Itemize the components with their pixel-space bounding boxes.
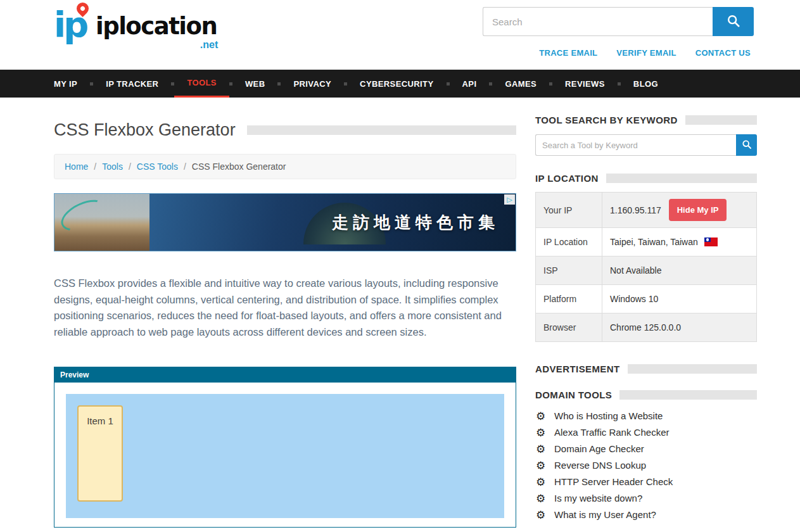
row-label: ISP — [536, 256, 602, 285]
gear-icon — [535, 508, 546, 522]
ad-right-photo: 走訪地道特色市集 — [149, 194, 516, 251]
tool-link-label: Reverse DNS Lookup — [554, 459, 646, 472]
domain-tool-alexa-rank[interactable]: Alexa Traffic Rank Checker — [535, 424, 757, 441]
header-search — [483, 7, 754, 36]
page-title: CSS Flexbox Generator — [54, 120, 236, 140]
browser-value: Chrome 125.0.0.0 — [602, 314, 757, 342]
ad-headline: 走訪地道特色市集 — [332, 212, 499, 234]
gear-icon — [535, 442, 546, 457]
tool-link-label: HTTP Server Header Check — [554, 475, 673, 489]
your-ip-value: 1.160.95.117 — [610, 205, 661, 215]
flex-preview-container: Item 1 — [66, 394, 504, 518]
tool-search-heading-row: TOOL SEARCH BY KEYWORD — [535, 115, 757, 125]
nav-item-api[interactable]: API — [450, 70, 490, 98]
nav-item-reviews[interactable]: REVIEWS — [552, 70, 618, 98]
main-nav: MY IP IP TRACKER TOOLS WEB PRIVACY CYBER… — [0, 70, 800, 98]
tool-link-label: Alexa Traffic Rank Checker — [554, 426, 669, 440]
ad-left-photo — [54, 194, 149, 251]
sidebar: TOOL SEARCH BY KEYWORD IP LOCATION Your … — [535, 98, 757, 523]
taiwan-flag-icon — [704, 238, 718, 246]
preview-panel: Preview Item 1 — [54, 367, 516, 528]
flex-item[interactable]: Item 1 — [77, 405, 123, 502]
logo-net-suffix: .net — [200, 39, 218, 51]
header-search-button[interactable] — [713, 7, 754, 36]
advertisement-heading: ADVERTISEMENT — [535, 364, 620, 374]
search-icon — [742, 139, 752, 151]
hide-my-ip-button[interactable]: Hide My IP — [669, 199, 727, 221]
domain-tool-domain-age[interactable]: Domain Age Checker — [535, 441, 757, 457]
ip-location-value: Taipei, Taiwan, Taiwan — [610, 237, 698, 247]
nav-item-cybersecurity[interactable]: CYBERSECURITY — [347, 70, 446, 98]
breadcrumb: Home / Tools / CSS Tools / CSS Flexbox G… — [54, 154, 516, 179]
preview-panel-header: Preview — [54, 367, 516, 383]
tool-search-button[interactable] — [736, 134, 757, 156]
domain-tool-http-header[interactable]: HTTP Server Header Check — [535, 474, 757, 490]
table-row: Browser Chrome 125.0.0.0 — [536, 314, 757, 342]
tool-link-label: Who is Hosting a Website — [554, 409, 663, 423]
ip-location-heading-row: IP LOCATION — [535, 173, 757, 184]
domain-tool-who-is-hosting[interactable]: Who is Hosting a Website — [535, 408, 757, 424]
main-content: CSS Flexbox Generator Home / Tools / CSS… — [54, 98, 516, 528]
site-logo[interactable]: ip iplocation .net — [54, 4, 217, 46]
table-row: Your IP 1.160.95.117 Hide My IP — [536, 193, 757, 228]
logo-name-text: iplocation — [96, 13, 217, 40]
nav-item-privacy[interactable]: PRIVACY — [281, 70, 344, 98]
header-search-input[interactable] — [483, 7, 713, 36]
row-label: Platform — [536, 285, 602, 314]
gear-icon — [535, 491, 546, 506]
ip-location-heading: IP LOCATION — [535, 173, 599, 184]
table-row: IP Location Taipei, Taiwan, Taiwan — [536, 228, 757, 256]
breadcrumb-home[interactable]: Home — [65, 162, 88, 172]
breadcrumb-separator: / — [129, 162, 131, 172]
domain-tool-user-agent[interactable]: What is my User Agent? — [535, 507, 757, 523]
search-icon — [727, 14, 740, 30]
domain-tool-website-down[interactable]: Is my website down? — [535, 490, 757, 507]
row-label: Browser — [536, 314, 602, 342]
heading-decorative-bar — [628, 364, 757, 374]
advertisement-heading-row: ADVERTISEMENT — [535, 364, 757, 374]
page-description: CSS Flexbox provides a flexible and intu… — [54, 276, 516, 340]
breadcrumb-css-tools[interactable]: CSS Tools — [137, 162, 178, 172]
row-label: IP Location — [536, 228, 602, 256]
adchoices-triangle-icon[interactable] — [504, 194, 515, 205]
logo-mark: ip — [54, 4, 94, 46]
nav-item-games[interactable]: GAMES — [492, 70, 549, 98]
heading-decorative-bar — [685, 115, 757, 125]
tool-search-input[interactable] — [535, 134, 736, 156]
ad-banner[interactable]: 走訪地道特色市集 — [54, 193, 516, 251]
tool-link-label: Is my website down? — [554, 491, 642, 505]
nav-item-blog[interactable]: BLOG — [621, 70, 671, 98]
domain-tools-heading: DOMAIN TOOLS — [535, 390, 612, 400]
gear-icon — [535, 409, 546, 424]
breadcrumb-tools[interactable]: Tools — [102, 162, 123, 172]
logo-wordmark: iplocation .net — [96, 13, 217, 40]
gear-icon — [535, 459, 546, 473]
table-row: ISP Not Available — [536, 256, 757, 285]
header-links: TRACE EMAIL VERIFY EMAIL CONTACT US — [539, 48, 751, 58]
contact-us-link[interactable]: CONTACT US — [695, 48, 751, 58]
domain-tools-heading-row: DOMAIN TOOLS — [535, 390, 757, 400]
breadcrumb-separator: / — [184, 162, 186, 172]
nav-item-tools[interactable]: TOOLS — [174, 70, 229, 98]
breadcrumb-current: CSS Flexbox Generator — [192, 162, 286, 172]
gear-icon — [535, 475, 546, 490]
gear-icon — [535, 426, 546, 440]
tool-search-heading: TOOL SEARCH BY KEYWORD — [535, 115, 678, 125]
isp-value: Not Available — [602, 256, 757, 285]
preview-panel-body: Item 1 — [54, 383, 516, 528]
nav-item-my-ip[interactable]: MY IP — [54, 70, 90, 98]
heading-decorative-bar — [606, 174, 757, 183]
nav-item-ip-tracker[interactable]: IP TRACKER — [93, 70, 171, 98]
nav-item-web[interactable]: WEB — [232, 70, 278, 98]
heading-decorative-bar — [619, 390, 757, 400]
domain-tool-reverse-dns[interactable]: Reverse DNS Lookup — [535, 457, 757, 474]
domain-tools-list: Who is Hosting a Website Alexa Traffic R… — [535, 408, 757, 523]
tool-search — [535, 134, 757, 156]
verify-email-link[interactable]: VERIFY EMAIL — [616, 48, 676, 58]
title-row: CSS Flexbox Generator — [54, 120, 516, 140]
trace-email-link[interactable]: TRACE EMAIL — [539, 48, 597, 58]
row-label: Your IP — [536, 193, 602, 228]
tool-link-label: What is my User Agent? — [554, 508, 656, 522]
table-row: Platform Windows 10 — [536, 285, 757, 314]
tool-link-label: Domain Age Checker — [554, 442, 644, 456]
